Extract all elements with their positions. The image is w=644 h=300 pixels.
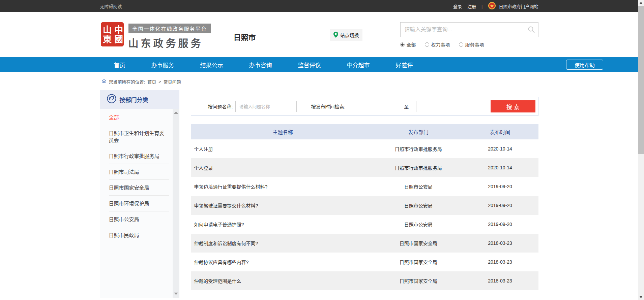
nav-item-rating[interactable]: 好差评 — [396, 61, 413, 69]
table-header-row: 主题名称 发布部门 发布时间 — [191, 124, 538, 139]
question-date: 2019-09-20 — [462, 196, 538, 215]
main-nav: 首页 办事服务 结果公示 办事咨询 监督评议 中介超市 好差评 使用帮助 — [0, 57, 638, 72]
question-department: 日照市公安局 — [375, 215, 462, 234]
department-sidebar: 按部门分类 全部 日照市卫生和计划生育委员会 日照市行政审批服务局 日照市司法局… — [100, 90, 179, 298]
help-button[interactable]: 使用帮助 — [566, 60, 603, 70]
sidebar-header: 按部门分类 — [100, 90, 179, 109]
question-title[interactable]: 如何申请电子普通护照? — [191, 215, 375, 234]
department-category-icon — [107, 94, 116, 105]
scroll-up-icon[interactable] — [640, 2, 642, 4]
breadcrumb-home-link[interactable]: 首页 — [147, 78, 156, 85]
question-title[interactable]: 申领驾驶证需要提交什么材料? — [191, 196, 375, 215]
home-icon — [101, 79, 107, 85]
question-department: 日照市国家安全局 — [375, 253, 462, 271]
date-from-input[interactable] — [348, 101, 399, 112]
sidebar-title: 按部门分类 — [120, 95, 148, 104]
keyword-search-input[interactable] — [401, 27, 525, 33]
nav-item-results[interactable]: 结果公示 — [200, 61, 223, 69]
question-name-input[interactable] — [235, 101, 297, 112]
radio-service-items[interactable] — [459, 42, 463, 47]
table-row[interactable]: 申领驾驶证需要提交什么材料? 日照市公安局 2019-09-20 — [191, 196, 538, 215]
table-row[interactable]: 申领边境通行证需要提供什么材料? 日照市公安局 2019-09-20 — [191, 177, 538, 196]
question-title[interactable]: 个人登录 — [191, 158, 375, 177]
publish-date-label: 按发布时间检索: — [311, 103, 345, 110]
question-date: 2020-10-14 — [462, 158, 538, 177]
sidebar-scroll-up-icon[interactable] — [174, 111, 178, 114]
question-title[interactable]: 仲裁的受理范围是什么 — [191, 271, 375, 290]
question-date: 2018-03-23 — [462, 234, 538, 253]
question-title[interactable]: 申领边境通行证需要提供什么材料? — [191, 177, 375, 196]
question-department: 日照市公安局 — [375, 196, 462, 215]
register-link[interactable]: 注册 — [467, 3, 476, 9]
nav-item-services[interactable]: 办事服务 — [151, 61, 174, 69]
sidebar-item-admin-approval[interactable]: 日照市行政审批服务局 — [109, 148, 169, 164]
search-icon[interactable] — [525, 23, 538, 37]
sidebar-item-justice[interactable]: 日照市司法局 — [109, 164, 169, 180]
breadcrumb-current: 常见问题 — [164, 78, 181, 85]
question-department: 日照市国家安全局 — [375, 271, 462, 290]
scrollbar-thumb[interactable] — [638, 6, 644, 154]
radio-power-items[interactable] — [425, 42, 429, 47]
shandong-seal-icon: 中國山東 — [101, 22, 124, 46]
sidebar-item-civil-affairs[interactable]: 日照市民政局 — [109, 227, 169, 243]
breadcrumb-separator: > — [158, 79, 161, 84]
national-emblem-icon — [488, 2, 496, 11]
table-row[interactable]: 仲裁的受理范围是什么 日照市国家安全局 2018-03-23 — [191, 271, 538, 290]
site-logo[interactable]: 中國山東 全国一体化在线政务服务平台 山东政务服务 — [101, 22, 211, 50]
col-header-date: 发布时间 — [462, 124, 538, 139]
faq-main: 按问题名称: 按发布时间检索: 至 搜 索 主题名称 发布部门 发布时间 — [191, 90, 538, 290]
question-date: 2020-10-14 — [462, 139, 538, 158]
sidebar-scrollbar[interactable] — [173, 109, 179, 298]
nav-item-supervision[interactable]: 监督评议 — [298, 61, 321, 69]
platform-badge: 全国一体化在线政务服务平台 — [128, 24, 211, 33]
sidebar-item-environment[interactable]: 日照市环境保护局 — [109, 196, 169, 211]
portal-link[interactable]: 日照市政府门户网站 — [488, 2, 538, 11]
question-title[interactable]: 个人注册 — [191, 139, 375, 158]
sidebar-item-all[interactable]: 全部 — [109, 109, 169, 125]
nav-item-consult[interactable]: 办事咨询 — [249, 61, 272, 69]
radio-all[interactable] — [400, 42, 405, 47]
nav-item-intermediary[interactable]: 中介超市 — [347, 61, 370, 69]
site-header: 中國山東 全国一体化在线政务服务平台 山东政务服务 日照市 站点切换 — [0, 12, 638, 57]
radio-service-items-label: 服务事项 — [465, 41, 484, 48]
faq-search-button[interactable]: 搜 索 — [491, 100, 535, 112]
top-utility-bar: 无障碍阅读 登录 注册 | 日照市政府门户网站 — [0, 0, 638, 12]
question-title[interactable]: 仲裁协议应具有哪些内容? — [191, 253, 375, 271]
question-department: 日照市公安局 — [375, 177, 462, 196]
site-switch-button[interactable]: 站点切换 — [330, 29, 362, 41]
scroll-down-icon[interactable] — [640, 296, 642, 298]
faq-filter-bar: 按问题名称: 按发布时间检索: 至 搜 索 — [191, 97, 538, 116]
question-date: 2019-09-20 — [462, 177, 538, 196]
question-name-label: 按问题名称: — [208, 103, 233, 110]
sidebar-item-health-commission[interactable]: 日照市卫生和计划生育委员会 — [109, 125, 169, 148]
table-row[interactable]: 如何申请电子普通护照? 日照市公安局 2019-09-20 — [191, 215, 538, 234]
table-row[interactable]: 仲裁协议应具有哪些内容? 日照市国家安全局 2018-03-23 — [191, 253, 538, 271]
sidebar-item-public-security[interactable]: 日照市公安局 — [109, 211, 169, 227]
question-date: 2018-03-23 — [462, 271, 538, 290]
site-name: 山东政务服务 — [128, 35, 211, 50]
page-scrollbar[interactable] — [638, 0, 644, 300]
date-to-label: 至 — [404, 103, 409, 110]
table-row[interactable]: 个人登录 日照市行政审批服务局 2020-10-14 — [191, 158, 538, 177]
sidebar-item-state-security[interactable]: 日照市国家安全局 — [109, 180, 169, 196]
question-title[interactable]: 仲裁制度和诉讼制度有何不同? — [191, 234, 375, 253]
nav-item-home[interactable]: 首页 — [114, 61, 125, 69]
site-switch-label: 站点切换 — [340, 32, 359, 38]
question-department: 日照市行政审批服务局 — [375, 139, 462, 158]
location-pin-icon — [333, 32, 338, 39]
login-link[interactable]: 登录 — [453, 3, 462, 9]
table-row[interactable]: 个人注册 日照市行政审批服务局 2020-10-14 — [191, 139, 538, 158]
page-viewport: 无障碍阅读 登录 注册 | 日照市政府门户网站 — [0, 0, 638, 300]
col-header-topic: 主题名称 — [191, 124, 375, 139]
question-department: 日照市国家安全局 — [375, 234, 462, 253]
date-to-input[interactable] — [416, 101, 467, 112]
sidebar-scroll-down-icon[interactable] — [174, 293, 178, 295]
header-search: 全部 权力事项 服务事项 — [400, 22, 538, 48]
breadcrumb: 您当前所在的位置: 首页 > 常见问题 — [100, 72, 538, 90]
accessibility-link[interactable]: 无障碍阅读 — [100, 3, 122, 9]
faq-table: 主题名称 发布部门 发布时间 个人注册 日照市行政审批服务局 2020-10-1… — [191, 124, 538, 290]
city-name: 日照市 — [234, 31, 256, 42]
table-row[interactable]: 仲裁制度和诉讼制度有何不同? 日照市国家安全局 2018-03-23 — [191, 234, 538, 253]
question-department: 日照市行政审批服务局 — [375, 158, 462, 177]
col-header-department: 发布部门 — [375, 124, 462, 139]
